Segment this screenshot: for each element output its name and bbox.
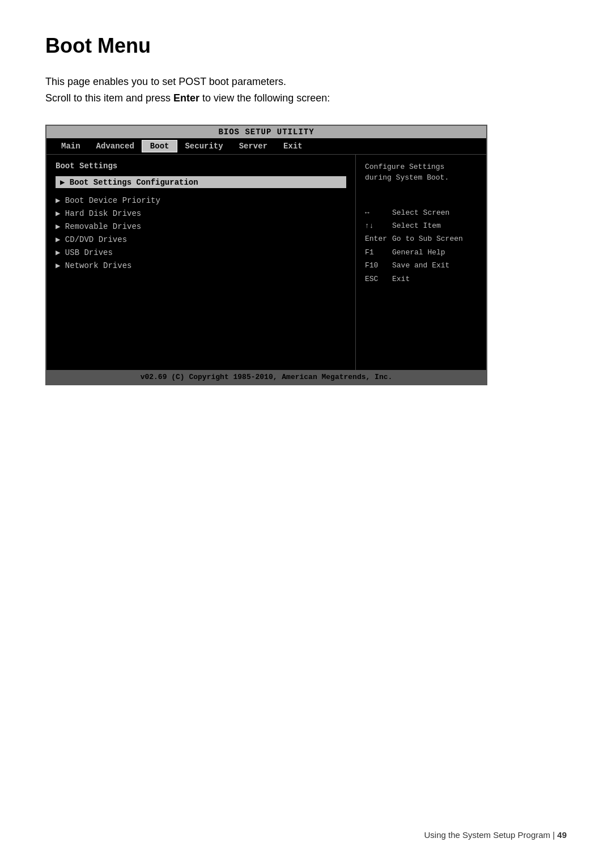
list-item[interactable]: ▶ Boot Device Priority [56, 194, 346, 207]
bios-section-title: Boot Settings [56, 161, 346, 171]
page-footer: Using the System Setup Program | 49 [424, 830, 567, 840]
keybinding-row: F1 General Help [365, 246, 477, 259]
key-desc-select-item: Select Item [392, 219, 441, 232]
description-line1: This page enables you to set POST boot p… [45, 76, 286, 87]
keybinding-row: ↔ Select Screen [365, 206, 477, 219]
key-arrows: ↔ [365, 206, 388, 219]
key-enter: Enter [365, 232, 388, 245]
key-updown: ↑↓ [365, 219, 388, 232]
key-f1: F1 [365, 246, 388, 259]
key-desc-subscreen: Go to Sub Screen [392, 232, 463, 245]
key-esc: ESC [365, 273, 388, 286]
page-content: Boot Menu This page enables you to set P… [0, 0, 612, 431]
bios-menu-boot[interactable]: Boot [142, 141, 177, 152]
bios-left-panel: Boot Settings ▶ Boot Settings Configurat… [46, 155, 356, 370]
description-line2-end: to view the following screen: [199, 92, 330, 104]
bios-footer: v02.69 (C) Copyright 1985-2010, American… [46, 370, 486, 384]
footer-text: Using the System Setup Program | 49 [424, 830, 567, 840]
bios-help-text: Configure Settingsduring System Boot. [365, 161, 477, 184]
bios-menu-server[interactable]: Server [231, 141, 275, 152]
bios-title-bar: BIOS SETUP UTILITY [46, 126, 486, 138]
keybinding-row: Enter Go to Sub Screen [365, 232, 477, 245]
description: This page enables you to set POST boot p… [45, 74, 567, 107]
bios-body: Boot Settings ▶ Boot Settings Configurat… [46, 155, 486, 370]
description-bold: Enter [173, 92, 199, 104]
key-desc-select-screen: Select Screen [392, 206, 449, 219]
list-item[interactable]: ▶ CD/DVD Drives [56, 233, 346, 246]
bios-menu-bar: Main Advanced Boot Security Server Exit [46, 138, 486, 155]
keybinding-row: ↑↓ Select Item [365, 219, 477, 232]
list-item-usb-drives[interactable]: ▶ USB Drives [56, 246, 346, 259]
bios-right-panel: Configure Settingsduring System Boot. ↔ … [356, 155, 486, 370]
bios-menu-main[interactable]: Main [53, 141, 88, 152]
bios-screen: BIOS SETUP UTILITY Main Advanced Boot Se… [45, 125, 487, 385]
list-item[interactable]: ▶ Hard Disk Drives [56, 207, 346, 220]
keybinding-row: ESC Exit [365, 273, 477, 286]
bios-keybindings: ↔ Select Screen ↑↓ Select Item Enter Go … [365, 206, 477, 286]
page-number: 49 [557, 830, 567, 840]
list-item[interactable]: ▶ Removable Drives [56, 220, 346, 233]
key-desc-exit: Exit [392, 273, 410, 286]
bios-menu-exit[interactable]: Exit [275, 141, 311, 152]
keybinding-row: F10 Save and Exit [365, 259, 477, 272]
bios-menu-advanced[interactable]: Advanced [88, 141, 142, 152]
key-f10: F10 [365, 259, 388, 272]
list-item[interactable]: ▶ Network Drives [56, 259, 346, 272]
bios-menu-security[interactable]: Security [177, 141, 231, 152]
key-desc-help: General Help [392, 246, 445, 259]
bios-list: ▶ Boot Device Priority ▶ Hard Disk Drive… [56, 194, 346, 272]
bios-highlighted-item[interactable]: ▶ Boot Settings Configuration [56, 176, 346, 188]
page-title: Boot Menu [45, 34, 567, 58]
key-desc-save: Save and Exit [392, 259, 449, 272]
description-line2-start: Scroll to this item and press [45, 92, 173, 104]
